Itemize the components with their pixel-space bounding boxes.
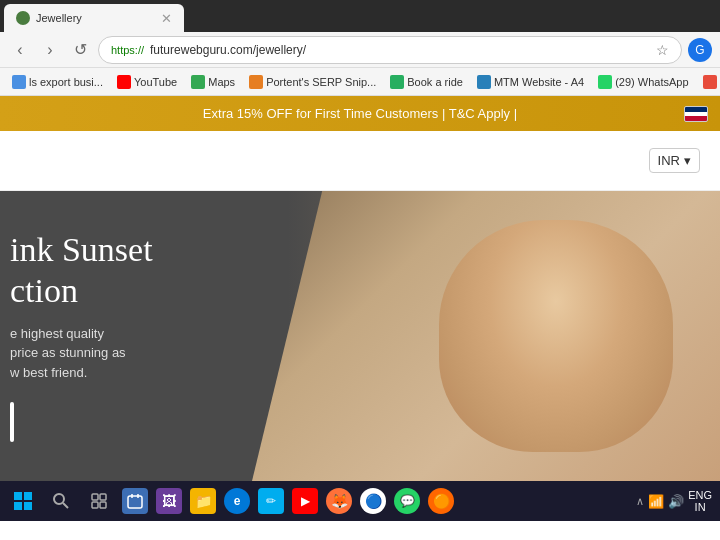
svg-rect-0: [14, 492, 22, 500]
refresh-button[interactable]: ↺: [68, 38, 92, 62]
taskbar-edge-icon[interactable]: e: [224, 488, 250, 514]
search-icon: [53, 493, 69, 509]
bookmark-maps[interactable]: Maps: [185, 71, 241, 93]
maps-icon: [191, 75, 205, 89]
lang-line1: ENG: [688, 489, 712, 501]
windows-start-button[interactable]: [8, 486, 38, 516]
lang-line2: IN: [688, 501, 712, 513]
task-view-icon: [91, 493, 107, 509]
svg-point-4: [54, 494, 64, 504]
bookmark-star-icon[interactable]: ☆: [656, 42, 669, 58]
mtm-icon: [477, 75, 491, 89]
taskbar-chrome-icon[interactable]: 🔵: [360, 488, 386, 514]
whatsapp-icon: [598, 75, 612, 89]
secure-indicator: https://: [111, 44, 144, 56]
book-ride-icon: [390, 75, 404, 89]
url-bar[interactable]: https:// futurewebguru.com/jewellery/ ☆: [98, 36, 682, 64]
bookmark-export[interactable]: ls export busi...: [6, 71, 109, 93]
hero-title-line2: ction: [10, 271, 326, 312]
taskbar-wa-icon[interactable]: 💬: [394, 488, 420, 514]
hero-subtitle-line3: w best friend.: [10, 363, 326, 383]
windows-logo-icon: [14, 492, 32, 510]
bookmark-youtube-label: YouTube: [134, 76, 177, 88]
bookmark-mtm-label: MTM Website - A4: [494, 76, 584, 88]
taskbar-firefox-icon[interactable]: 🦊: [326, 488, 352, 514]
promo-banner: Extra 15% OFF for First Time Customers |…: [0, 96, 720, 131]
forward-button[interactable]: ›: [38, 38, 62, 62]
bookmark-maps-label: Maps: [208, 76, 235, 88]
bookmark-whatsapp-label: (29) WhatsApp: [615, 76, 688, 88]
export-icon: [12, 75, 26, 89]
hero-cta-bar[interactable]: [10, 402, 14, 442]
bookmark-export-label: ls export busi...: [29, 76, 103, 88]
tab-bar: Jewellery ✕: [0, 0, 720, 32]
products-icon: [703, 75, 717, 89]
svg-rect-10: [128, 496, 142, 508]
bookmark-book-ride[interactable]: Book a ride: [384, 71, 469, 93]
bookmark-products[interactable]: Products: [697, 71, 720, 93]
taskbar-lang-display: ENG IN: [688, 489, 712, 513]
currency-code: INR: [658, 153, 680, 168]
browser-chrome: Jewellery ✕ ‹ › ↺ https:// futurewebguru…: [0, 0, 720, 96]
taskbar-app2-icon[interactable]: 🟠: [428, 488, 454, 514]
bookmark-whatsapp[interactable]: (29) WhatsApp: [592, 71, 694, 93]
calendar-icon: [127, 493, 143, 509]
svg-line-5: [63, 503, 68, 508]
site-content: Extra 15% OFF for First Time Customers |…: [0, 96, 720, 481]
svg-rect-2: [14, 502, 22, 510]
youtube-icon: [117, 75, 131, 89]
promo-text: Extra 15% OFF for First Time Customers |…: [203, 106, 517, 121]
bookmark-youtube[interactable]: YouTube: [111, 71, 183, 93]
svg-rect-6: [92, 494, 98, 500]
hero-subtitle-line2: price as stunning as: [10, 343, 326, 363]
svg-rect-3: [24, 502, 32, 510]
flag-icon: [684, 106, 708, 122]
currency-chevron-icon: ▾: [684, 153, 691, 168]
svg-rect-8: [92, 502, 98, 508]
hero-text-area: ink Sunset ction e highest quality price…: [0, 191, 346, 481]
tab-title: Jewellery: [36, 12, 82, 24]
hero-title-line1: ink Sunset: [10, 230, 326, 271]
taskbar: 🖼 📁 e ✏ ▶ 🦊 🔵 💬 🟠 ∧ 📶 🔊 ENG: [0, 481, 720, 521]
taskbar-app1-icon[interactable]: ✏: [258, 488, 284, 514]
taskbar-youtube-icon[interactable]: ▶: [292, 488, 318, 514]
taskbar-explorer-icon[interactable]: 📁: [190, 488, 216, 514]
hero-subtitle: e highest quality price as stunning as w…: [10, 324, 326, 383]
taskbar-network-icon: 📶: [648, 494, 664, 509]
task-view-button[interactable]: [84, 486, 114, 516]
hero-title: ink Sunset ction: [10, 230, 326, 312]
svg-rect-9: [100, 502, 106, 508]
back-button[interactable]: ‹: [8, 38, 32, 62]
bookmark-mtm[interactable]: MTM Website - A4: [471, 71, 590, 93]
url-text: futurewebguru.com/jewellery/: [150, 43, 306, 57]
svg-rect-7: [100, 494, 106, 500]
portent-icon: [249, 75, 263, 89]
tab-favicon: [16, 11, 30, 25]
address-bar: ‹ › ↺ https:// futurewebguru.com/jewelle…: [0, 32, 720, 68]
bookmark-book-ride-label: Book a ride: [407, 76, 463, 88]
bookmark-portent-label: Portent's SERP Snip...: [266, 76, 376, 88]
profile-icon[interactable]: G: [688, 38, 712, 62]
tab-close-button[interactable]: ✕: [161, 11, 172, 26]
currency-selector[interactable]: INR ▾: [649, 148, 700, 173]
bookmarks-bar: ls export busi... YouTube Maps Portent's…: [0, 68, 720, 96]
taskbar-calendar-icon[interactable]: [122, 488, 148, 514]
site-nav: INR ▾: [0, 131, 720, 191]
taskbar-right: ∧ 📶 🔊 ENG IN: [636, 489, 712, 513]
taskbar-up-arrow[interactable]: ∧: [636, 495, 644, 508]
hero-section: ink Sunset ction e highest quality price…: [0, 191, 720, 481]
bookmark-portent[interactable]: Portent's SERP Snip...: [243, 71, 382, 93]
taskbar-volume-icon: 🔊: [668, 494, 684, 509]
taskbar-left: 🖼 📁 e ✏ ▶ 🦊 🔵 💬 🟠: [8, 486, 454, 516]
taskbar-photos-icon[interactable]: 🖼: [156, 488, 182, 514]
search-button[interactable]: [46, 486, 76, 516]
hero-subtitle-line1: e highest quality: [10, 324, 326, 344]
svg-rect-1: [24, 492, 32, 500]
active-tab[interactable]: Jewellery ✕: [4, 4, 184, 32]
